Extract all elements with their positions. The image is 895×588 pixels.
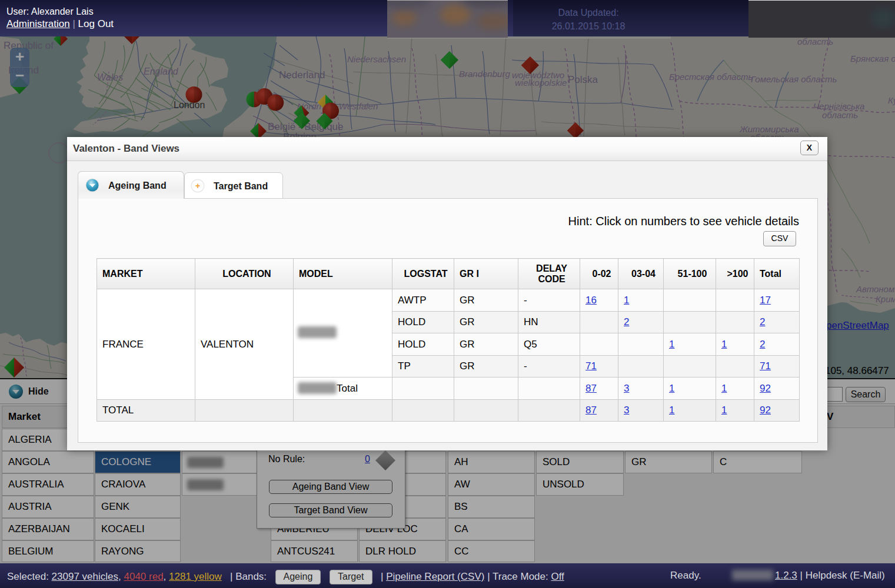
svg-text:+: + [195, 181, 200, 191]
